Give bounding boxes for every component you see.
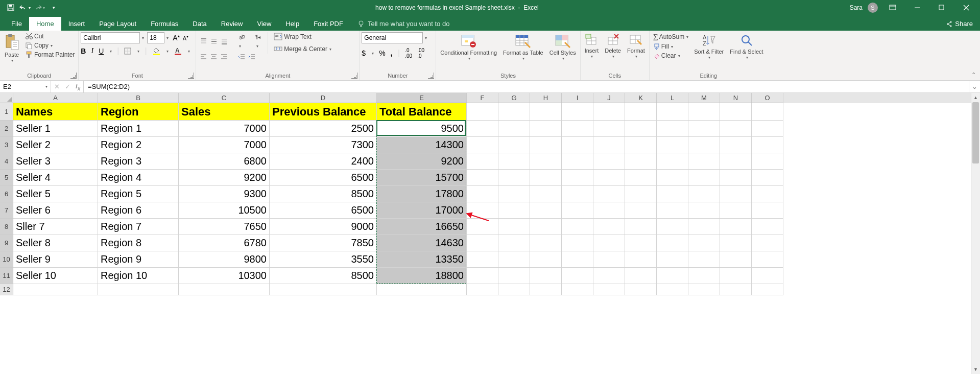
cell-E8[interactable]: 16650 [377, 219, 467, 235]
cell-C2[interactable]: 7000 [179, 121, 270, 137]
scroll-thumb[interactable] [972, 102, 979, 163]
cell-I11[interactable] [562, 268, 593, 284]
maximize-button[interactable] [930, 0, 953, 15]
row-header-3[interactable]: 3 [0, 137, 13, 153]
cell-M3[interactable] [688, 137, 720, 153]
align-center-button[interactable] [210, 54, 218, 60]
row-header-12[interactable]: 12 [0, 284, 13, 295]
col-header-E[interactable]: E [377, 93, 467, 103]
col-header-N[interactable]: N [720, 93, 752, 103]
cell-G12[interactable] [498, 284, 530, 295]
cell-C1[interactable]: Sales [179, 103, 270, 121]
cell-L1[interactable] [657, 103, 688, 121]
row-header-2[interactable]: 2 [0, 121, 13, 137]
cell-A7[interactable]: Seller 6 [13, 202, 98, 219]
clipboard-dialog-launcher[interactable] [70, 73, 77, 79]
paste-button[interactable]: Paste▾ [2, 32, 21, 64]
underline-button[interactable]: U [99, 47, 104, 55]
col-header-B[interactable]: B [98, 93, 179, 103]
cell-F7[interactable] [467, 202, 498, 219]
find-select-button[interactable]: Find & Select▾ [728, 32, 765, 61]
cell-N7[interactable] [720, 202, 752, 219]
formula-input[interactable] [84, 81, 969, 92]
cell-M1[interactable] [688, 103, 720, 121]
cell-G1[interactable] [498, 103, 530, 121]
tab-help[interactable]: Help [278, 17, 306, 31]
cell-C10[interactable]: 9800 [179, 251, 270, 268]
cell-B7[interactable]: Region 6 [98, 202, 179, 219]
cell-O5[interactable] [752, 170, 783, 186]
cells-area[interactable]: NamesRegionSalesPrevious BalanceTotal Ba… [13, 103, 971, 374]
row-header-4[interactable]: 4 [0, 153, 13, 170]
cell-H7[interactable] [530, 202, 562, 219]
cell-I8[interactable] [562, 219, 593, 235]
cell-C9[interactable]: 6780 [179, 235, 270, 251]
format-painter-button[interactable]: Format Painter [23, 51, 76, 59]
cell-K8[interactable] [625, 219, 657, 235]
cell-styles-button[interactable]: Cell Styles▾ [547, 32, 578, 62]
cell-H3[interactable] [530, 137, 562, 153]
cell-E5[interactable]: 15700 [377, 170, 467, 186]
cell-F9[interactable] [467, 235, 498, 251]
cell-O2[interactable] [752, 121, 783, 137]
cell-J9[interactable] [593, 235, 625, 251]
cell-A2[interactable]: Seller 1 [13, 121, 98, 137]
cell-E9[interactable]: 14630 [377, 235, 467, 251]
accounting-format-button[interactable]: $ [362, 49, 366, 57]
copy-button[interactable]: Copy▾ [23, 41, 76, 50]
cancel-formula-button[interactable]: ✕ [54, 83, 60, 90]
cell-E2[interactable]: 9500 [377, 121, 467, 137]
cell-L12[interactable] [657, 284, 688, 295]
cell-D7[interactable]: 6500 [270, 202, 377, 219]
cell-K6[interactable] [625, 186, 657, 202]
row-header-6[interactable]: 6 [0, 186, 13, 202]
cell-E7[interactable]: 17000 [377, 202, 467, 219]
cell-J1[interactable] [593, 103, 625, 121]
cell-E11[interactable]: 18800 [377, 268, 467, 284]
format-as-table-button[interactable]: Format as Table▾ [501, 32, 545, 62]
cell-N5[interactable] [720, 170, 752, 186]
cell-I6[interactable] [562, 186, 593, 202]
cell-I10[interactable] [562, 251, 593, 268]
insert-cells-button[interactable]: Insert▾ [583, 32, 601, 60]
user-name[interactable]: Sara [850, 4, 863, 11]
orientation-button[interactable]: ab▾ [238, 33, 246, 50]
row-header-8[interactable]: 8 [0, 219, 13, 235]
cell-H4[interactable] [530, 153, 562, 170]
cell-D11[interactable]: 8500 [270, 268, 377, 284]
cell-I1[interactable] [562, 103, 593, 121]
cell-H1[interactable] [530, 103, 562, 121]
font-size-input[interactable] [147, 32, 164, 43]
number-format-select[interactable] [362, 32, 423, 43]
alignment-dialog-launcher[interactable] [351, 73, 357, 79]
cell-N3[interactable] [720, 137, 752, 153]
tab-foxit-pdf[interactable]: Foxit PDF [306, 17, 350, 31]
cell-H6[interactable] [530, 186, 562, 202]
italic-button[interactable]: I [91, 47, 93, 55]
cell-H9[interactable] [530, 235, 562, 251]
col-header-C[interactable]: C [179, 93, 270, 103]
cell-A10[interactable]: Seller 9 [13, 251, 98, 268]
cell-N12[interactable] [720, 284, 752, 295]
cell-N2[interactable] [720, 121, 752, 137]
tab-view[interactable]: View [250, 17, 278, 31]
cell-I9[interactable] [562, 235, 593, 251]
cell-K2[interactable] [625, 121, 657, 137]
cell-F3[interactable] [467, 137, 498, 153]
cell-K3[interactable] [625, 137, 657, 153]
cell-C11[interactable]: 10300 [179, 268, 270, 284]
cell-C8[interactable]: 7650 [179, 219, 270, 235]
col-header-I[interactable]: I [562, 93, 593, 103]
cell-A11[interactable]: Seller 10 [13, 268, 98, 284]
cell-D10[interactable]: 3550 [270, 251, 377, 268]
row-header-7[interactable]: 7 [0, 202, 13, 219]
col-header-M[interactable]: M [688, 93, 720, 103]
cell-J7[interactable] [593, 202, 625, 219]
font-name-input[interactable] [81, 32, 140, 43]
cell-N8[interactable] [720, 219, 752, 235]
cell-I5[interactable] [562, 170, 593, 186]
cell-K9[interactable] [625, 235, 657, 251]
cell-J4[interactable] [593, 153, 625, 170]
cell-J3[interactable] [593, 137, 625, 153]
cell-L10[interactable] [657, 251, 688, 268]
